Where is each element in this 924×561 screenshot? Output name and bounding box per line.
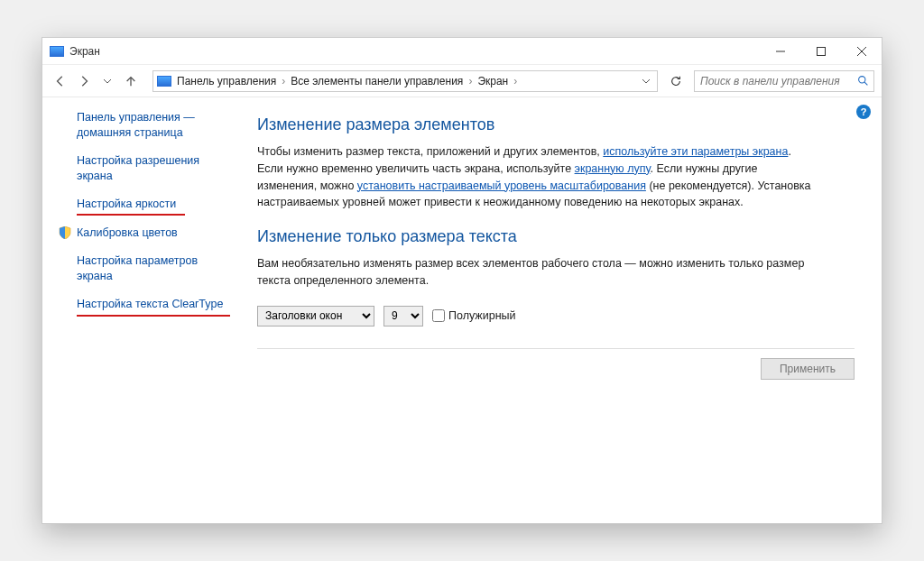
maximize-button[interactable] [800,38,841,65]
shield-icon [59,226,71,239]
paragraph-resize: Чтобы изменить размер текста, приложений… [257,143,817,211]
breadcrumb-item[interactable]: Все элементы панели управления [291,75,463,87]
control-panel-window: Экран Панель управления › Все элементы п… [42,37,882,524]
font-size-select[interactable]: 9 [383,306,423,326]
sidebar-item-label: Калибровка цветов [77,225,178,241]
breadcrumb-item[interactable]: Экран [477,75,508,87]
text-size-controls: Заголовки окон 9 Полужирный [257,306,855,326]
heading-text-size-only: Изменение только размера текста [257,227,855,246]
forward-button[interactable] [73,70,95,92]
display-icon [157,76,171,87]
sidebar-item-resolution[interactable]: Настройка разрешения экрана [59,153,228,184]
main-panel: Изменение размера элементов Чтобы измени… [239,97,882,523]
sidebar-item-calibrate-color[interactable]: Калибровка цветов [59,225,228,241]
back-button[interactable] [50,70,71,92]
window-title: Экран [69,45,760,58]
search-icon[interactable] [855,74,870,88]
bold-checkbox-label[interactable]: Полужирный [432,309,516,322]
breadcrumb-item[interactable]: Панель управления [177,75,276,87]
svg-line-5 [864,82,867,85]
up-button[interactable] [120,70,142,92]
display-icon [50,46,64,57]
svg-point-4 [858,77,864,83]
chevron-right-icon: › [468,75,472,87]
link-magnifier[interactable]: экранную лупу [575,162,651,175]
sidebar-item-label: Настройка разрешения экрана [77,153,228,184]
search-input[interactable] [698,74,855,88]
close-button[interactable] [841,38,882,65]
text: Чтобы изменить размер текста, приложений… [257,145,603,158]
sidebar-item-display-settings[interactable]: Настройка параметров экрана [59,253,228,284]
address-bar[interactable]: Панель управления › Все элементы панели … [152,70,658,92]
refresh-button[interactable] [665,70,687,92]
sidebar-item-cleartype[interactable]: Настройка текста ClearType [59,297,228,312]
heading-resize-items: Изменение размера элементов [257,115,855,134]
link-display-settings[interactable]: используйте эти параметры экрана [603,145,788,158]
sidebar-item-label: Панель управления — домашняя страница [77,110,228,141]
chevron-right-icon: › [513,75,517,87]
apply-button[interactable]: Применить [761,358,855,380]
titlebar: Экран [42,38,882,65]
content-area: ? Панель управления — домашняя страница … [42,97,882,523]
paragraph-text-size: Вам необязательно изменять размер всех э… [257,255,817,290]
help-button[interactable]: ? [856,105,871,119]
bold-label: Полужирный [448,309,516,322]
link-custom-scaling[interactable]: установить настраиваемый уровень масштаб… [357,179,646,192]
svg-rect-1 [817,47,825,55]
navbar: Панель управления › Все элементы панели … [42,65,882,97]
search-box[interactable] [694,70,874,92]
annotation-underline [77,214,185,216]
annotation-underline [77,315,230,317]
bold-checkbox[interactable] [432,309,445,322]
recent-locations-button[interactable] [97,70,118,92]
sidebar-item-label: Настройка параметров экрана [77,253,228,284]
sidebar-item-home[interactable]: Панель управления — домашняя страница [59,110,228,141]
divider [257,348,855,349]
sidebar-item-label: Настройка яркости [77,197,176,212]
chevron-right-icon: › [282,75,285,87]
minimize-button[interactable] [760,38,800,65]
address-dropdown-button[interactable] [639,72,653,90]
sidebar: Панель управления — домашняя страница На… [42,97,239,523]
sidebar-item-label: Настройка текста ClearType [77,297,223,312]
sidebar-item-brightness[interactable]: Настройка яркости [59,197,228,212]
element-select[interactable]: Заголовки окон [257,306,374,326]
